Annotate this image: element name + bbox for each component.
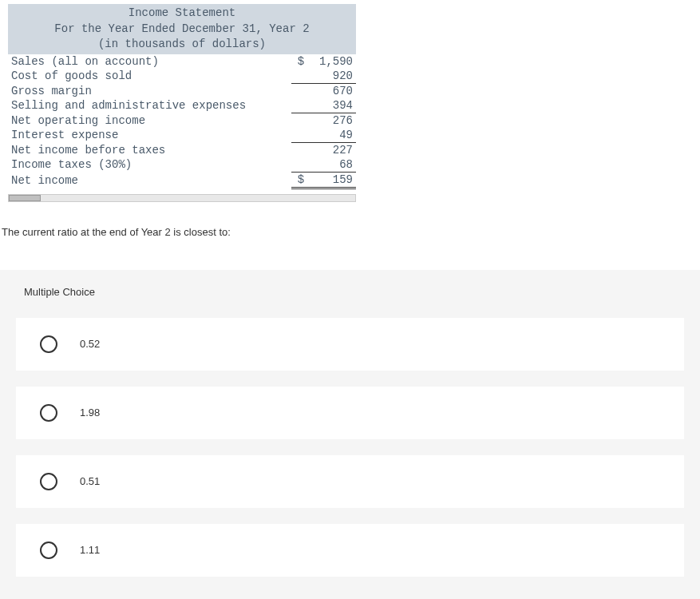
radio-icon[interactable]	[40, 541, 57, 559]
statement-value: 394	[307, 98, 356, 113]
statement-label: Cost of goods sold	[8, 69, 291, 84]
statement-row: Net operating income276	[8, 113, 356, 128]
statement-dollar	[291, 128, 307, 143]
statement-label: Net income before taxes	[8, 142, 291, 157]
multiple-choice-container: Multiple Choice 0.521.980.511.11	[0, 270, 700, 599]
statement-value: 68	[307, 157, 356, 173]
mc-option[interactable]: 1.11	[16, 524, 684, 577]
statement-value: 159	[307, 172, 356, 188]
statement-row: Sales (all on account)$1,590	[8, 54, 356, 69]
income-statement: Income Statement For the Year Ended Dece…	[8, 4, 356, 189]
horizontal-scrollbar[interactable]	[8, 194, 356, 202]
statement-value: 49	[307, 128, 356, 143]
mc-option-label: 0.51	[80, 475, 100, 487]
statement-label: Sales (all on account)	[8, 54, 291, 69]
statement-dollar	[291, 157, 307, 173]
statement-row: Interest expense49	[8, 128, 356, 143]
statement-row: Selling and administrative expenses394	[8, 98, 356, 113]
statement-dollar: $	[291, 172, 307, 188]
mc-option-label: 1.98	[80, 407, 100, 419]
statement-header: Income Statement For the Year Ended Dece…	[8, 4, 356, 54]
statement-dollar: $	[291, 54, 307, 69]
scrollbar-thumb[interactable]	[9, 195, 41, 201]
mc-header: Multiple Choice	[0, 286, 700, 318]
statement-label: Interest expense	[8, 128, 291, 143]
statement-row: Net income$159	[8, 172, 356, 188]
statement-dollar	[291, 83, 307, 98]
statement-dollar	[291, 98, 307, 113]
statement-label: Gross margin	[8, 83, 291, 98]
statement-dollar	[291, 69, 307, 84]
statement-label: Net operating income	[8, 113, 291, 128]
statement-row: Net income before taxes227	[8, 142, 356, 157]
statement-label: Selling and administrative expenses	[8, 98, 291, 113]
mc-option[interactable]: 0.51	[16, 455, 684, 508]
statement-label: Net income	[8, 172, 291, 188]
statement-value: 276	[307, 113, 356, 128]
statement-row: Cost of goods sold920	[8, 69, 356, 84]
statement-table: Sales (all on account)$1,590Cost of good…	[8, 54, 356, 189]
statement-value: 670	[307, 83, 356, 98]
statement-dollar	[291, 113, 307, 128]
radio-icon[interactable]	[40, 404, 57, 422]
radio-icon[interactable]	[40, 473, 57, 490]
mc-option-label: 1.11	[80, 544, 100, 556]
mc-option[interactable]: 1.98	[16, 387, 684, 439]
mc-option-label: 0.52	[80, 338, 100, 350]
statement-dollar	[291, 142, 307, 157]
statement-value: 227	[307, 142, 356, 157]
statement-value: 1,590	[307, 54, 356, 69]
statement-row: Income taxes (30%)68	[8, 157, 356, 173]
mc-option[interactable]: 0.52	[16, 318, 684, 371]
statement-row: Gross margin670	[8, 83, 356, 98]
statement-value: 920	[307, 69, 356, 84]
statement-title: Income Statement	[8, 6, 356, 22]
statement-label: Income taxes (30%)	[8, 157, 291, 173]
radio-icon[interactable]	[40, 335, 57, 353]
statement-subtitle: For the Year Ended December 31, Year 2	[8, 22, 356, 38]
statement-units: (in thousands of dollars)	[8, 37, 356, 53]
question-text: The current ratio at the end of Year 2 i…	[2, 226, 700, 238]
